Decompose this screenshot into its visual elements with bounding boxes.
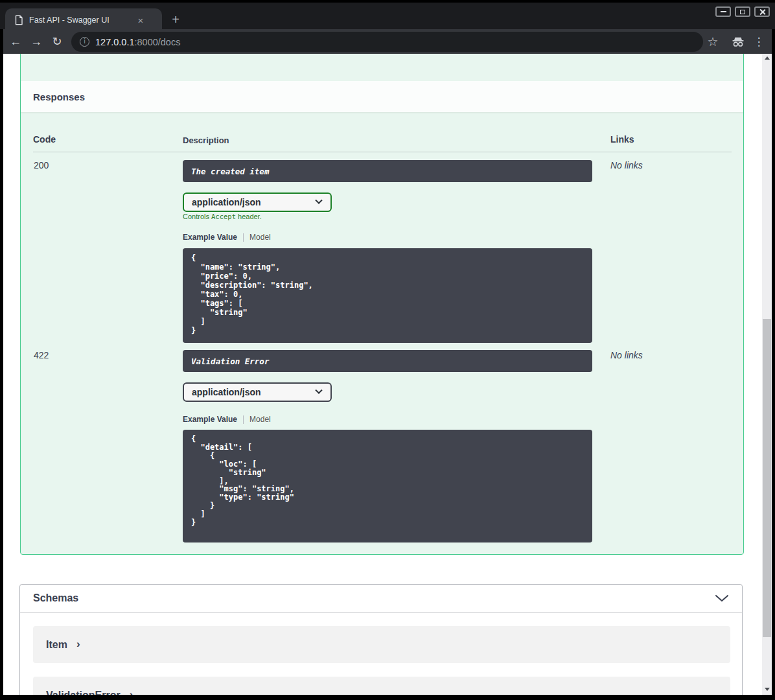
nav-buttons: ← → ↻ [5, 29, 67, 54]
reload-icon[interactable]: ↻ [47, 29, 67, 54]
example-json-422: { "detail": [ { "loc": [ "string" ], "ms… [183, 430, 592, 542]
tab-close-icon[interactable]: × [134, 15, 147, 26]
page-icon [14, 15, 23, 25]
minimize-button[interactable] [715, 6, 731, 17]
tab-model[interactable]: Model [249, 415, 271, 424]
site-info-icon[interactable]: i [80, 37, 89, 47]
tab-model[interactable]: Model [249, 233, 271, 242]
responses-table-divider [33, 152, 732, 152]
url-path: :8000/docs [134, 37, 180, 47]
chevron-right-icon: › [130, 688, 133, 695]
close-icon [759, 9, 765, 15]
example-json-200-text: { "name": "string", "price": 0, "descrip… [191, 253, 584, 335]
tab-divider [243, 415, 244, 424]
address-bar[interactable]: i 127.0.0.1:8000/docs [71, 32, 703, 52]
response-200-description-text: The created item [191, 167, 269, 176]
chevron-down-icon [315, 197, 322, 204]
media-type-value-200: application/json [192, 197, 261, 207]
links-cell-422: No links [610, 350, 643, 360]
new-tab-button[interactable]: + [167, 11, 184, 28]
media-type-select-200[interactable]: application/json [183, 192, 332, 212]
example-model-tabs-200: Example Value Model [183, 233, 271, 242]
response-code-422: 422 [34, 350, 49, 360]
window-controls [715, 6, 770, 17]
forward-icon[interactable]: → [26, 29, 47, 54]
tab-example-value[interactable]: Example Value [183, 233, 237, 242]
schemas-title: Schemas [33, 592, 78, 604]
page-scrollbar[interactable] [762, 54, 772, 695]
schemas-header[interactable]: Schemas [20, 585, 742, 612]
back-icon[interactable]: ← [5, 29, 26, 54]
example-json-422-text: { "detail": [ { "loc": [ "string" ], "ms… [191, 435, 584, 527]
scroll-up-icon[interactable] [765, 56, 770, 60]
controls-accept-note: Controls Accept header. [183, 213, 262, 220]
note-prefix: Controls [183, 213, 211, 220]
chevron-down-icon [315, 387, 322, 394]
incognito-glyph [731, 36, 745, 47]
browser-tab[interactable]: Fast API - Swagger UI × [5, 8, 162, 32]
model-card-validationerror[interactable]: ValidationError › [33, 677, 730, 695]
maximize-icon [740, 10, 745, 14]
responses-table-header-description: Description [183, 135, 229, 145]
titlebar: Fast API - Swagger UI × + [0, 0, 775, 29]
url-host: 127.0.0.1 [95, 37, 134, 47]
schemas-section: Schemas Item › ValidationError › [19, 584, 743, 695]
tab-example-value[interactable]: Example Value [183, 415, 237, 424]
chevron-down-icon[interactable] [715, 594, 729, 602]
responses-section-header: Responses [21, 81, 743, 112]
scroll-down-icon[interactable] [765, 688, 770, 691]
bookmark-star-icon[interactable]: ☆ [706, 29, 720, 54]
tab-title: Fast API - Swagger UI [29, 16, 133, 25]
note-suffix: header. [236, 213, 262, 220]
responses-title: Responses [33, 91, 85, 102]
url-text: 127.0.0.1:8000/docs [95, 37, 180, 47]
window-frame-right [772, 0, 775, 700]
model-card-item[interactable]: Item › [33, 626, 730, 663]
chevron-right-icon: › [76, 638, 80, 651]
response-422-description-text: Validation Error [191, 356, 269, 366]
tab-divider [243, 233, 244, 242]
window-frame-bottom [0, 695, 775, 700]
model-name: ValidationError [46, 690, 121, 695]
model-name: Item [46, 639, 67, 651]
response-200-description: The created item [183, 160, 592, 182]
close-button[interactable] [754, 6, 770, 17]
swagger-page: Responses Code Description Links 200 The… [3, 54, 762, 695]
response-422-description: Validation Error [183, 350, 592, 372]
scrollbar-thumb[interactable] [763, 319, 771, 637]
response-code-200: 200 [34, 160, 49, 170]
browser-toolbar: ← → ↻ i 127.0.0.1:8000/docs ☆ ⋮ [3, 29, 772, 54]
note-accept-code: Accept [211, 213, 236, 220]
responses-table-header-code: Code [33, 134, 56, 145]
incognito-icon[interactable] [730, 29, 746, 54]
example-json-200: { "name": "string", "price": 0, "descrip… [183, 248, 592, 343]
links-cell-200: No links [610, 160, 643, 170]
media-type-value-422: application/json [192, 387, 261, 397]
example-model-tabs-422: Example Value Model [183, 415, 271, 424]
responses-table-header-links: Links [610, 134, 634, 145]
media-type-select-422[interactable]: application/json [183, 382, 332, 402]
browser-menu-icon[interactable]: ⋮ [753, 29, 765, 54]
maximize-button[interactable] [735, 6, 750, 17]
opblock-post: Responses Code Description Links 200 The… [20, 54, 744, 555]
minimize-icon [721, 11, 726, 12]
